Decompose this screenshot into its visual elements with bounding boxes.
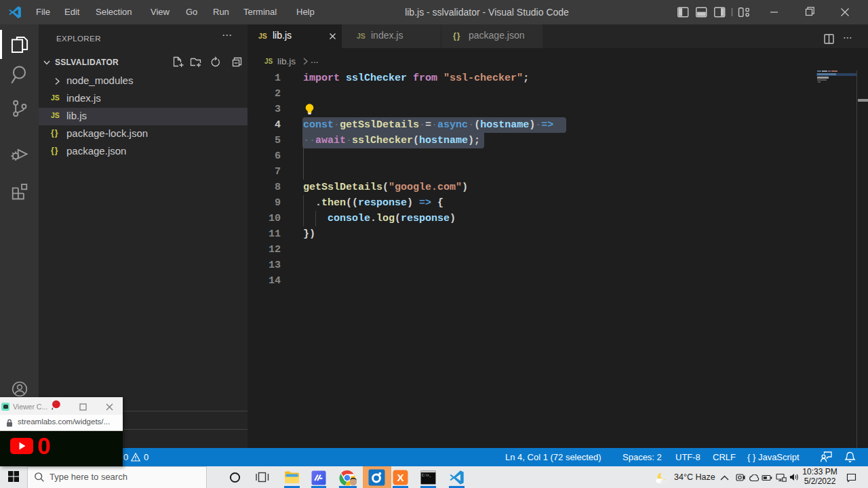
svg-text:X: X bbox=[397, 472, 403, 483]
svg-text:C:\>_: C:\>_ bbox=[422, 474, 431, 477]
